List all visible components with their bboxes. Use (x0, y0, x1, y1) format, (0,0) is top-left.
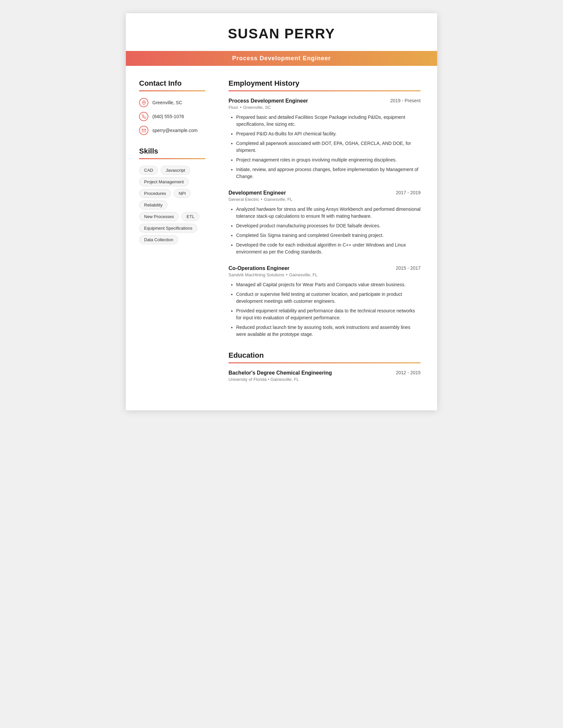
education-section-title: Education (228, 351, 421, 360)
job-title: Development Engineer (228, 190, 286, 196)
bullet-item: Completed all paperwork associated with … (236, 140, 421, 154)
location-text: Greenville, SC (152, 100, 182, 105)
skill-tag: ETL (181, 212, 199, 221)
job-entry: Process Development Engineer2019 - Prese… (228, 98, 421, 180)
edu-header: Bachelor's Degree Chemical Engineering20… (228, 370, 421, 376)
job-entry: Development Engineer2017 - 2019General E… (228, 190, 421, 255)
email-text: sperry@example.com (152, 128, 197, 133)
svg-point-0 (143, 102, 144, 103)
job-title: Co-Operations Engineer (228, 265, 290, 271)
bullet-item: Reduced product launch time by assuring … (236, 324, 421, 338)
job-entry: Co-Operations Engineer2015 - 2017Sandvik… (228, 265, 421, 338)
skills-section: Skills CADJavascriptProject ManagementPr… (139, 147, 205, 244)
skill-tag: NPI (173, 189, 191, 198)
bullet-item: Completed Six Sigma training and complet… (236, 232, 421, 239)
job-dates: 2015 - 2017 (396, 265, 421, 271)
jobs-container: Process Development Engineer2019 - Prese… (228, 98, 421, 338)
candidate-title: Process Development Engineer (232, 55, 331, 62)
phone-icon (139, 112, 148, 121)
skills-section-title: Skills (139, 147, 205, 156)
skill-tag: Procedures (139, 189, 171, 198)
job-bullets: Managed all Capital projects for Wear Pa… (228, 281, 421, 338)
job-title: Process Development Engineer (228, 98, 308, 104)
resume-page: SUSAN PERRY Process Development Engineer… (126, 13, 437, 410)
skill-tag: Reliability (139, 201, 167, 209)
header-section: SUSAN PERRY (126, 13, 437, 48)
job-company: Sandvik MacHining Solutions•Gainesville,… (228, 272, 421, 277)
education-divider (228, 362, 421, 363)
bullet-item: Developed the code for each individual a… (236, 242, 421, 255)
contact-section-title: Contact Info (139, 79, 205, 88)
job-dates: 2019 - Present (390, 98, 421, 103)
education-section: Education Bachelor's Degree Chemical Eng… (228, 351, 421, 382)
bullet-item: Initiate, review, and approve process ch… (236, 166, 421, 180)
employment-divider (228, 90, 421, 91)
contact-email: sperry@example.com (139, 126, 205, 135)
contact-location: Greenville, SC (139, 98, 205, 107)
sidebar: Contact Info Greenville, SC (126, 79, 215, 382)
main-content: Employment History Process Development E… (215, 79, 437, 382)
contact-section: Contact Info Greenville, SC (139, 79, 205, 135)
bullet-item: Managed all Capital projects for Wear Pa… (236, 281, 421, 288)
job-header: Development Engineer2017 - 2019 (228, 190, 421, 196)
bullet-item: Analyzed hardware for stress and life us… (236, 206, 421, 220)
job-company: Fluor•Greenville, SC (228, 105, 421, 110)
email-icon (139, 126, 148, 135)
phone-text: (840) 555-1076 (152, 114, 184, 119)
job-header: Process Development Engineer2019 - Prese… (228, 98, 421, 104)
skill-tag: Data Collection (139, 235, 178, 244)
title-bar: Process Development Engineer (126, 51, 437, 66)
candidate-name: SUSAN PERRY (126, 26, 437, 42)
job-company: General Electric•Gainesville, FL (228, 197, 421, 202)
contact-phone: (840) 555-1076 (139, 112, 205, 121)
education-container: Bachelor's Degree Chemical Engineering20… (228, 370, 421, 382)
employment-section-title: Employment History (228, 79, 421, 88)
bullet-item: Prepared P&ID As-Builts for API chemical… (236, 130, 421, 137)
skill-tag: Project Management (139, 177, 189, 186)
bullet-item: Developed product manufacturing processe… (236, 222, 421, 229)
skills-tags-container: CADJavascriptProject ManagementProcedure… (139, 166, 205, 244)
bullet-item: Prepared basic and detailed Facilities S… (236, 114, 421, 128)
skills-divider (139, 158, 205, 159)
skill-tag: New Processes (139, 212, 179, 221)
edu-dates: 2012 - 2015 (396, 370, 421, 375)
edu-school: University of Florida • Gainesville, FL (228, 377, 421, 382)
body-content: Contact Info Greenville, SC (126, 66, 437, 395)
skill-tag: CAD (139, 166, 158, 175)
edu-entry: Bachelor's Degree Chemical Engineering20… (228, 370, 421, 382)
edu-degree: Bachelor's Degree Chemical Engineering (228, 370, 332, 376)
employment-section: Employment History Process Development E… (228, 79, 421, 338)
bullet-item: Provided equipment reliability and perfo… (236, 307, 421, 321)
bullet-item: Conduct or supervise field testing at cu… (236, 291, 421, 305)
job-bullets: Prepared basic and detailed Facilities S… (228, 114, 421, 180)
skill-tag: Javascript (161, 166, 190, 175)
location-icon (139, 98, 148, 107)
contact-divider (139, 90, 205, 91)
job-header: Co-Operations Engineer2015 - 2017 (228, 265, 421, 271)
job-bullets: Analyzed hardware for stress and life us… (228, 206, 421, 255)
job-dates: 2017 - 2019 (396, 190, 421, 195)
bullet-item: Project management roles in groups invol… (236, 157, 421, 163)
skill-tag: Equipment Specifications (139, 224, 197, 233)
